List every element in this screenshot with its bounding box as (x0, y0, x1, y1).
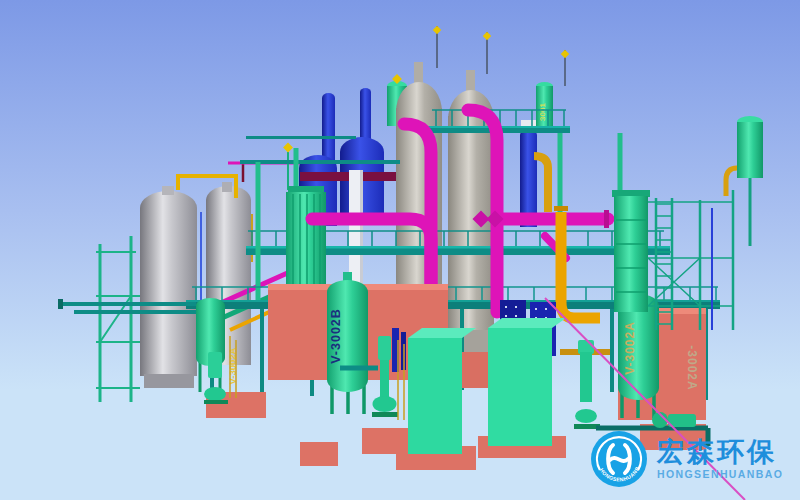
diamond-marker-icon (483, 32, 491, 40)
pump-right-column (580, 352, 592, 402)
vent-masts (437, 26, 565, 86)
column-right-shell (448, 116, 494, 330)
tank-1-skirt (144, 374, 194, 388)
plant-scene: 3001 (0, 0, 800, 500)
pump-far-motor (668, 414, 696, 427)
mid-rail-beam (240, 160, 400, 164)
tank-1-shell (140, 208, 197, 376)
yellow-flange (554, 206, 568, 211)
brand-lockup: HONGSENHUANBAO 宏森环保 HONGSENHUANBAO (590, 430, 783, 488)
magenta-flange (604, 210, 609, 228)
hx-left-cap (288, 186, 324, 193)
tank-1-nozzle (162, 186, 174, 195)
pump-center-motor (378, 336, 391, 360)
vessel-center-bottom (327, 368, 368, 392)
pump-left-volute (204, 387, 226, 401)
hx-right-cap (612, 190, 650, 197)
hx-right-body (614, 196, 648, 312)
skid-b-front (488, 328, 552, 446)
brand-name-chinese: 宏森环保 (657, 438, 783, 466)
pump-pad-center-left (300, 442, 338, 466)
diamond-marker-icon (283, 143, 293, 153)
cad-3d-plant-render: 3001 (0, 0, 800, 500)
diamond-marker-icon (561, 50, 569, 58)
tank-2-nozzle (222, 182, 232, 192)
far-green-cylinder (737, 122, 763, 178)
pump-center-column (380, 360, 389, 400)
pump-left-base (204, 400, 228, 404)
frame-braces (96, 252, 140, 388)
pump-center-base (372, 412, 398, 417)
equipment-tag-v3002b: V-3002B (329, 308, 343, 364)
mid-rail-beam-2 (246, 136, 356, 139)
pump-left-motor (208, 352, 222, 378)
gold-elbow-far (726, 168, 737, 196)
pump-right-motor (578, 340, 594, 354)
equipment-tag-3001: 3001 (538, 103, 547, 121)
equipment-tag-v3002a: V-3002A (623, 321, 637, 375)
equipment-tag-wall: -3002A (685, 345, 699, 390)
pump-center-volute (373, 396, 397, 412)
skid-a-front (408, 338, 462, 454)
pipe-flange (58, 299, 63, 309)
diamond-marker-icon (433, 26, 441, 34)
vessel-right-bottom (618, 376, 659, 400)
pump-right-volute (575, 409, 597, 423)
company-logo-icon: HONGSENHUANBAO (590, 430, 648, 488)
brand-name-english: HONGSENHUANBAO (657, 469, 783, 480)
left-frame-tower (96, 236, 140, 402)
plate-hx-left (286, 186, 326, 292)
right-hx-and-ladder (612, 116, 763, 330)
brand-text: 宏森环保 HONGSENHUANBAO (657, 438, 783, 480)
